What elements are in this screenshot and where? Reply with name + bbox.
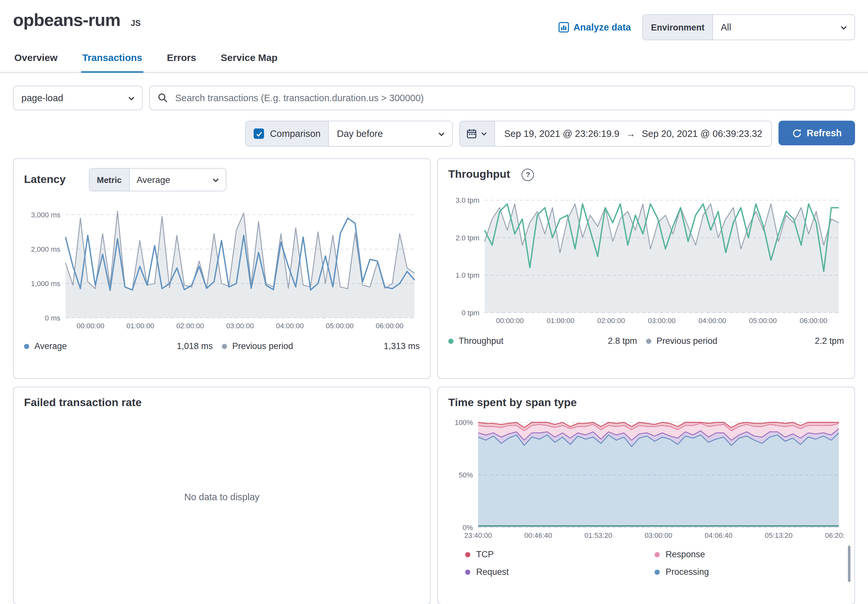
latency-metric-control: Metric Average bbox=[89, 168, 226, 191]
legend-label: Throughput bbox=[459, 336, 504, 346]
chevron-down-icon bbox=[127, 94, 136, 102]
svg-text:05:13:20: 05:13:20 bbox=[765, 531, 793, 539]
tab-bar: Overview Transactions Errors Service Map bbox=[0, 52, 868, 73]
comparison-control: Comparison Day before bbox=[245, 121, 453, 147]
svg-text:2,000 ms: 2,000 ms bbox=[31, 245, 60, 253]
agent-badge: JS bbox=[131, 19, 141, 28]
chevron-down-icon bbox=[437, 129, 446, 138]
failed-rate-title: Failed transaction rate bbox=[24, 396, 142, 409]
comparison-period-value: Day before bbox=[337, 129, 383, 139]
svg-text:05:00:00: 05:00:00 bbox=[326, 322, 354, 330]
metric-select[interactable]: Average bbox=[129, 169, 225, 191]
legend-item-throughput[interactable]: Throughput 2.8 tpm bbox=[448, 336, 646, 346]
svg-text:3,000 ms: 3,000 ms bbox=[31, 211, 60, 219]
legend-value: 1,018 ms bbox=[177, 341, 222, 351]
comparison-label: Comparison bbox=[270, 129, 321, 139]
series-dot bbox=[646, 338, 651, 344]
legend-label: Average bbox=[34, 341, 67, 351]
throughput-chart[interactable]: 0 tpm1.0 tpm2.0 tpm3.0 tpm00:00:0001:00:… bbox=[448, 186, 844, 326]
search-box bbox=[149, 86, 855, 110]
tab-errors[interactable]: Errors bbox=[166, 52, 198, 72]
legend-item-average[interactable]: Average 1,018 ms bbox=[24, 341, 222, 351]
calendar-button[interactable] bbox=[460, 121, 495, 146]
search-icon bbox=[158, 93, 168, 103]
span-type-title: Time spent by span type bbox=[448, 396, 577, 409]
svg-text:3.0 tpm: 3.0 tpm bbox=[456, 196, 479, 204]
svg-text:04:00:00: 04:00:00 bbox=[698, 317, 726, 325]
legend-item-tcp[interactable]: TCP bbox=[465, 550, 654, 559]
series-dot bbox=[448, 338, 453, 344]
svg-text:00:00:00: 00:00:00 bbox=[76, 322, 104, 330]
svg-text:0 tpm: 0 tpm bbox=[462, 309, 479, 317]
svg-text:00:46:40: 00:46:40 bbox=[524, 531, 552, 539]
legend-label: Processing bbox=[666, 567, 709, 577]
latency-title: Latency bbox=[24, 173, 66, 186]
refresh-label: Refresh bbox=[807, 128, 842, 138]
legend-item-response[interactable]: Response bbox=[654, 550, 844, 559]
legend-label: Request bbox=[476, 567, 509, 577]
help-icon[interactable]: ? bbox=[522, 168, 534, 181]
legend-value: 2.8 tpm bbox=[608, 336, 646, 346]
chevron-down-icon bbox=[480, 130, 488, 138]
svg-text:0%: 0% bbox=[463, 523, 473, 532]
refresh-icon bbox=[792, 128, 801, 138]
tab-overview[interactable]: Overview bbox=[13, 52, 59, 72]
time-spent-by-span-type-panel: Time spent by span type 0%50%100%23:40:0… bbox=[437, 387, 855, 604]
latency-chart[interactable]: 0 ms1,000 ms2,000 ms3,000 ms00:00:0001:0… bbox=[24, 198, 420, 331]
series-dot bbox=[465, 569, 470, 575]
transaction-type-select[interactable]: page-load bbox=[13, 86, 143, 110]
analyze-data-link[interactable]: Analyze data bbox=[558, 22, 631, 33]
comparison-period-select[interactable]: Day before bbox=[329, 121, 453, 146]
svg-text:03:00:00: 03:00:00 bbox=[226, 322, 254, 330]
svg-text:0 ms: 0 ms bbox=[45, 314, 60, 322]
metric-value: Average bbox=[136, 175, 170, 185]
throughput-legend: Throughput 2.8 tpm Previous period 2.2 t… bbox=[448, 336, 844, 346]
svg-text:01:00:00: 01:00:00 bbox=[547, 317, 575, 325]
transaction-type-value: page-load bbox=[22, 93, 63, 103]
series-dot bbox=[654, 569, 660, 575]
legend-item-previous-period[interactable]: Previous period 1,313 ms bbox=[222, 341, 420, 351]
date-start[interactable]: Sep 19, 2021 @ 23:26:19.9 bbox=[504, 129, 620, 139]
environment-select[interactable]: All bbox=[713, 15, 854, 40]
svg-text:00:00:00: 00:00:00 bbox=[496, 317, 524, 325]
svg-text:1,000 ms: 1,000 ms bbox=[31, 280, 60, 288]
chevron-down-icon bbox=[839, 23, 848, 31]
environment-control: Environment All bbox=[643, 14, 855, 40]
search-transactions-input[interactable] bbox=[174, 92, 846, 104]
apm-transactions-page: opbeans-rum JS Analyze data Environment … bbox=[0, 0, 868, 604]
latency-panel: Latency Metric Average 0 ms1,000 ms2,000… bbox=[13, 158, 431, 379]
legend-value: 1,313 ms bbox=[384, 341, 420, 351]
date-end[interactable]: Sep 20, 2021 @ 06:39:23.32 bbox=[642, 129, 762, 139]
page-title: opbeans-rum bbox=[13, 10, 120, 31]
svg-text:2.0 tpm: 2.0 tpm bbox=[456, 234, 479, 242]
legend-item-request[interactable]: Request bbox=[465, 567, 654, 577]
no-data-message: No data to display bbox=[184, 492, 259, 502]
legend-label: Response bbox=[666, 550, 705, 559]
svg-text:01:53:20: 01:53:20 bbox=[584, 531, 612, 539]
svg-text:06:20:00: 06:20:00 bbox=[825, 531, 844, 539]
page-header: opbeans-rum JS Analyze data Environment … bbox=[0, 0, 868, 40]
span-type-chart[interactable]: 0%50%100%23:40:0000:46:4001:53:2003:00:0… bbox=[448, 416, 844, 541]
legend-item-previous-period[interactable]: Previous period 2.2 tpm bbox=[646, 336, 844, 346]
svg-text:04:00:00: 04:00:00 bbox=[276, 322, 304, 330]
tab-service-map[interactable]: Service Map bbox=[220, 52, 279, 72]
svg-text:02:00:00: 02:00:00 bbox=[597, 317, 625, 325]
latency-legend: Average 1,018 ms Previous period 1,313 m… bbox=[24, 341, 420, 351]
svg-text:05:00:00: 05:00:00 bbox=[749, 317, 777, 325]
arrow-right-icon: → bbox=[626, 129, 636, 139]
failed-transaction-rate-panel: Failed transaction rate No data to displ… bbox=[13, 387, 431, 604]
legend-scrollbar[interactable] bbox=[848, 546, 851, 582]
legend-label: Previous period bbox=[232, 341, 293, 351]
svg-text:04:06:40: 04:06:40 bbox=[705, 531, 733, 539]
svg-text:01:00:00: 01:00:00 bbox=[127, 322, 154, 330]
refresh-button[interactable]: Refresh bbox=[778, 121, 855, 145]
check-icon bbox=[255, 130, 262, 137]
span-type-legend: TCP Response Request Processing bbox=[465, 550, 844, 577]
svg-text:03:00:00: 03:00:00 bbox=[645, 531, 673, 539]
legend-label: Previous period bbox=[657, 336, 718, 346]
legend-item-processing[interactable]: Processing bbox=[654, 567, 844, 577]
comparison-checkbox[interactable] bbox=[254, 129, 264, 139]
series-dot bbox=[24, 344, 29, 349]
tab-transactions[interactable]: Transactions bbox=[81, 52, 143, 73]
environment-label: Environment bbox=[643, 15, 713, 40]
